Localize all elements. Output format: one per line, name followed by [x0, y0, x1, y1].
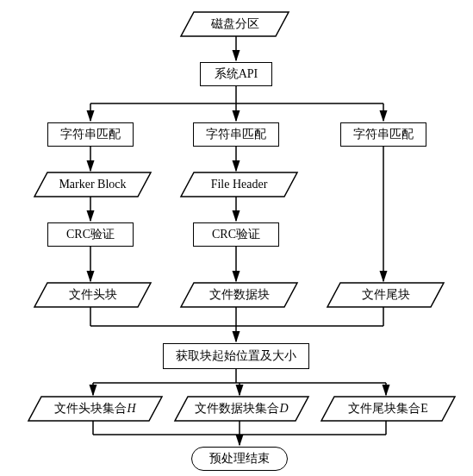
node-string-match-2: 字符串匹配 [193, 122, 279, 147]
node-set-e: 文件尾块集合E [321, 397, 455, 421]
node-label: CRC验证 [66, 227, 115, 242]
node-string-match-3: 字符串匹配 [340, 122, 426, 147]
node-string-match-1: 字符串匹配 [47, 122, 134, 147]
node-label: 系统API [215, 66, 258, 82]
node-file-header-block: 文件头块 [34, 283, 151, 307]
node-label: 预处理结束 [209, 451, 270, 467]
node-label: Marker Block [59, 178, 126, 191]
node-label: 字符串匹配 [206, 127, 266, 142]
node-crc-1: CRC验证 [47, 222, 134, 247]
node-label: 字符串匹配 [353, 127, 414, 142]
node-set-d: 文件数据块集合D [175, 397, 308, 421]
node-label: 文件头块 [69, 287, 117, 303]
node-label: 文件数据块集合D [195, 401, 288, 416]
node-end: 预处理结束 [191, 447, 288, 471]
node-system-api: 系统API [200, 62, 272, 86]
node-set-h: 文件头块集合H [28, 397, 162, 421]
node-label: CRC验证 [212, 227, 260, 242]
node-label: 文件数据块 [209, 287, 270, 303]
node-label: 字符串匹配 [60, 127, 121, 142]
node-file-data-block: 文件数据块 [181, 283, 297, 307]
node-label: 文件尾块集合E [348, 401, 428, 416]
node-get-block-pos-size: 获取块起始位置及大小 [163, 343, 309, 369]
node-label: 获取块起始位置及大小 [176, 348, 296, 364]
node-marker-block: Marker Block [34, 172, 151, 197]
node-label: 磁盘分区 [211, 16, 259, 32]
node-disk-partition: 磁盘分区 [181, 12, 289, 36]
node-file-tail-block: 文件尾块 [327, 283, 444, 307]
node-file-header: File Header [181, 172, 297, 197]
node-label: 文件头块集合H [54, 401, 135, 416]
node-label: File Header [211, 178, 268, 191]
node-crc-2: CRC验证 [193, 222, 279, 247]
node-label: 文件尾块 [362, 287, 410, 303]
